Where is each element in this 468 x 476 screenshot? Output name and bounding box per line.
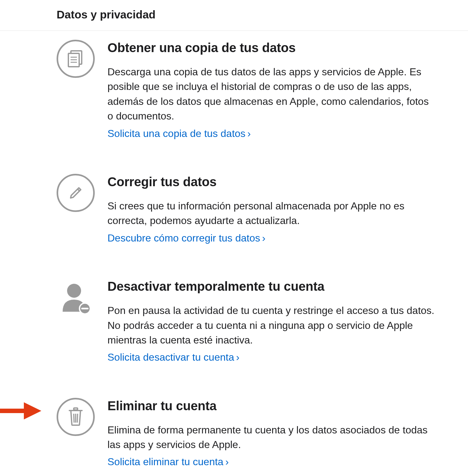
svg-line-5 — [78, 189, 79, 191]
person-pause-icon — [57, 278, 95, 316]
chevron-right-icon: › — [262, 232, 265, 244]
link-deactivate[interactable]: Solicita desactivar tu cuenta› — [107, 350, 239, 364]
link-request-copy[interactable]: Solicita una copia de tus datos› — [107, 126, 251, 141]
svg-point-6 — [67, 284, 81, 298]
chevron-right-icon: › — [225, 456, 229, 467]
section-title: Eliminar tu cuenta — [107, 398, 436, 413]
section-title: Corregir tus datos — [107, 174, 436, 189]
svg-marker-10 — [24, 402, 41, 419]
chevron-right-icon: › — [236, 351, 239, 363]
section-get-copy: Obtener una copia de tus datos Descarga … — [0, 31, 468, 144]
page-title: Datos y privacidad — [57, 8, 468, 21]
link-correct-data[interactable]: Descubre cómo corregir tus datos› — [107, 231, 265, 245]
pencil-icon — [57, 174, 95, 212]
section-correct-data: Corregir tus datos Si crees que tu infor… — [0, 165, 468, 248]
link-delete-account[interactable]: Solicita eliminar tu cuenta› — [107, 454, 229, 469]
section-description: Elimina de forma permanente tu cuenta y … — [107, 423, 436, 452]
section-description: Si crees que tu información personal alm… — [107, 199, 436, 228]
svg-rect-11 — [74, 408, 78, 410]
section-description: Descarga una copia de tus datos de las a… — [107, 65, 436, 124]
document-copy-icon — [57, 40, 95, 78]
svg-line-15 — [77, 414, 78, 423]
svg-line-13 — [74, 414, 74, 423]
arrow-annotation-icon — [0, 400, 45, 422]
settings-list: Obtener una copia de tus datos Descarga … — [0, 31, 468, 476]
section-title: Obtener una copia de tus datos — [107, 40, 436, 55]
section-delete-account: Eliminar tu cuenta Elimina de forma perm… — [0, 389, 468, 473]
chevron-right-icon: › — [247, 128, 251, 139]
page-header: Datos y privacidad — [0, 0, 468, 31]
section-title: Desactivar temporalmente tu cuenta — [107, 279, 436, 294]
trash-icon — [57, 398, 95, 436]
section-deactivate: Desactivar temporalmente tu cuenta Pon e… — [0, 269, 468, 368]
section-description: Pon en pausa la actividad de tu cuenta y… — [107, 303, 436, 347]
